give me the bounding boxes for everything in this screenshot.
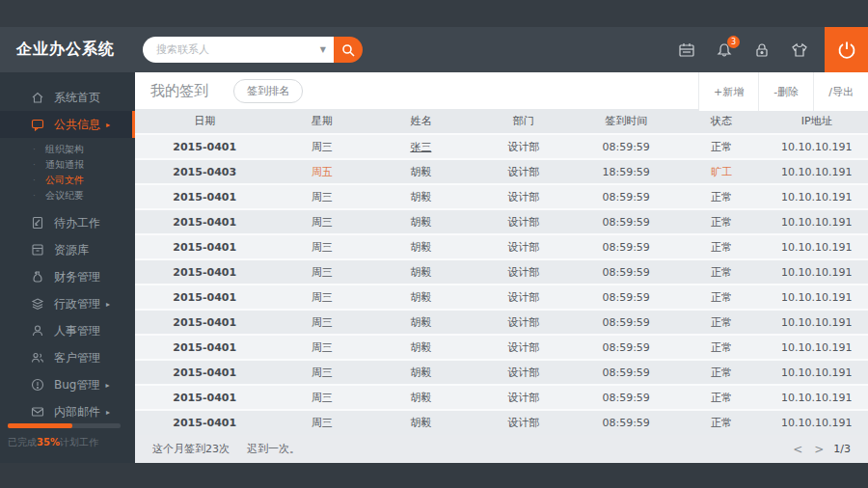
cell-name: 胡毅 bbox=[369, 259, 472, 285]
notification-badge: 3 bbox=[727, 36, 740, 48]
cell-dept: 设计部 bbox=[473, 159, 575, 184]
sidebar: 系统首页 公共信息 ▸ · 组织架构 · 通知通报 bbox=[0, 72, 135, 463]
table-row[interactable]: 2015-0401 周三 胡毅 设计部 08:59:59 正常 10.10.10… bbox=[135, 285, 868, 310]
cell-name: 胡毅 bbox=[369, 285, 472, 310]
monthly-summary-late: 迟到一次。 bbox=[247, 442, 300, 456]
table-row[interactable]: 2015-0401 周三 胡毅 设计部 08:59:59 正常 10.10.10… bbox=[135, 259, 868, 285]
export-button[interactable]: /导出 bbox=[813, 72, 868, 111]
bullet-icon: · bbox=[33, 145, 36, 154]
bug-alert-icon bbox=[31, 378, 44, 392]
home-icon bbox=[31, 91, 44, 104]
envelope-icon bbox=[31, 405, 44, 419]
submenu-item-label: 组织架构 bbox=[45, 143, 84, 156]
sidebar-item-label: 系统首页 bbox=[54, 90, 100, 106]
table-row[interactable]: 2015-0403 周五 胡毅 设计部 18:59:59 旷工 10.10.10… bbox=[135, 159, 868, 184]
cell-ip: 10.10.10.191 bbox=[766, 285, 868, 310]
progress-percent: 35% bbox=[37, 437, 60, 447]
cell-time: 08:59:59 bbox=[575, 209, 677, 234]
col-week: 星期 bbox=[274, 109, 369, 134]
chevron-down-icon[interactable]: ▼ bbox=[320, 45, 326, 54]
signin-rank-button[interactable]: 签到排名 bbox=[233, 79, 303, 103]
prev-page-button[interactable]: < bbox=[791, 443, 804, 456]
table-body: 2015-0401 周三 张三 设计部 08:59:59 正常 10.10.10… bbox=[135, 134, 868, 435]
search-bar: ▼ bbox=[143, 37, 363, 63]
cell-date: 2015-0401 bbox=[135, 259, 274, 285]
sidebar-item-label: 待办工作 bbox=[54, 215, 100, 231]
sidebar-item-hr[interactable]: 人事管理 bbox=[0, 317, 135, 344]
cell-dept: 设计部 bbox=[473, 184, 575, 209]
cell-name[interactable]: 张三 bbox=[369, 134, 472, 159]
document-edit-icon bbox=[31, 216, 44, 230]
cell-status: 正常 bbox=[677, 234, 765, 259]
cell-dept: 设计部 bbox=[473, 335, 575, 360]
delete-button[interactable]: -删除 bbox=[758, 72, 813, 111]
shirt-icon[interactable] bbox=[789, 40, 810, 61]
submenu-item-meeting-minutes[interactable]: · 会议纪要 bbox=[0, 188, 135, 203]
search-input[interactable] bbox=[156, 43, 316, 56]
cell-week: 周三 bbox=[274, 310, 369, 335]
cell-name: 胡毅 bbox=[369, 209, 472, 234]
cell-ip: 10.10.10.191 bbox=[766, 410, 868, 435]
cell-ip: 10.10.10.191 bbox=[766, 184, 868, 209]
cell-name: 胡毅 bbox=[369, 184, 472, 209]
search-button[interactable] bbox=[334, 37, 363, 63]
cell-dept: 设计部 bbox=[473, 134, 575, 159]
cell-week: 周三 bbox=[274, 259, 369, 285]
col-status: 状态 bbox=[677, 109, 765, 134]
table-footer: 这个月签到23次 迟到一次。 < > 1/3 bbox=[135, 435, 868, 463]
sidebar-item-admin[interactable]: 行政管理 ▸ bbox=[0, 290, 135, 317]
submenu-item-label: 通知通报 bbox=[45, 158, 84, 172]
plan-progress-bar bbox=[8, 423, 121, 428]
submenu-item-label: 会议纪要 bbox=[45, 189, 84, 203]
cell-week: 周三 bbox=[274, 234, 369, 259]
col-time: 签到时间 bbox=[575, 109, 677, 134]
cell-status: 正常 bbox=[677, 385, 765, 410]
cell-ip: 10.10.10.191 bbox=[766, 335, 868, 360]
table-row[interactable]: 2015-0401 周三 胡毅 设计部 08:59:59 正常 10.10.10… bbox=[135, 410, 868, 435]
sidebar-item-todo[interactable]: 待办工作 bbox=[0, 209, 135, 236]
cell-date: 2015-0401 bbox=[135, 385, 274, 410]
submenu-item-org[interactable]: · 组织架构 bbox=[0, 142, 135, 157]
submenu-item-company-files[interactable]: · 公司文件 bbox=[0, 173, 135, 188]
cell-dept: 设计部 bbox=[473, 234, 575, 259]
toolbar-actions: +新增 -删除 /导出 bbox=[698, 72, 868, 111]
sidebar-item-public-info[interactable]: 公共信息 ▸ bbox=[0, 111, 135, 138]
table-row[interactable]: 2015-0401 周三 胡毅 设计部 08:59:59 正常 10.10.10… bbox=[135, 360, 868, 385]
cell-name: 胡毅 bbox=[369, 335, 472, 360]
sidebar-item-customers[interactable]: 客户管理 bbox=[0, 344, 135, 371]
search-field[interactable]: ▼ bbox=[143, 37, 334, 63]
sidebar-item-finance[interactable]: 财务管理 bbox=[0, 263, 135, 290]
cell-date: 2015-0401 bbox=[135, 234, 274, 259]
submenu-arrow-icon: ▸ bbox=[106, 121, 110, 129]
cell-ip: 10.10.10.191 bbox=[766, 159, 868, 184]
sidebar-item-mail[interactable]: 内部邮件 ▸ bbox=[0, 398, 135, 425]
layers-icon bbox=[31, 297, 44, 311]
calendar-icon[interactable] bbox=[676, 40, 697, 61]
col-date: 日期 bbox=[135, 109, 274, 134]
table-row[interactable]: 2015-0401 周三 胡毅 设计部 08:59:59 正常 10.10.10… bbox=[135, 335, 868, 360]
cell-dept: 设计部 bbox=[473, 310, 575, 335]
cell-week: 周三 bbox=[274, 360, 369, 385]
sidebar-item-home[interactable]: 系统首页 bbox=[0, 84, 135, 111]
submenu-item-notice[interactable]: · 通知通报 bbox=[0, 157, 135, 173]
table-row[interactable]: 2015-0401 周三 胡毅 设计部 08:59:59 正常 10.10.10… bbox=[135, 385, 868, 410]
cell-week: 周三 bbox=[274, 385, 369, 410]
cell-date: 2015-0401 bbox=[135, 184, 274, 209]
chat-bubble-icon bbox=[31, 118, 44, 131]
table-row[interactable]: 2015-0401 周三 胡毅 设计部 08:59:59 正常 10.10.10… bbox=[135, 184, 868, 209]
table-row[interactable]: 2015-0401 周三 胡毅 设计部 08:59:59 正常 10.10.10… bbox=[135, 234, 868, 259]
cell-time: 08:59:59 bbox=[575, 234, 677, 259]
cell-name: 胡毅 bbox=[369, 310, 472, 335]
table-row[interactable]: 2015-0401 周三 胡毅 设计部 08:59:59 正常 10.10.10… bbox=[135, 209, 868, 234]
cell-week: 周五 bbox=[274, 159, 369, 184]
sidebar-item-bug[interactable]: Bug管理 ▸ bbox=[0, 371, 135, 398]
sidebar-item-label: Bug管理 bbox=[54, 377, 99, 393]
logout-power-button[interactable] bbox=[825, 27, 868, 72]
lock-icon[interactable] bbox=[751, 40, 773, 61]
add-button[interactable]: +新增 bbox=[698, 72, 758, 111]
table-row[interactable]: 2015-0401 周三 胡毅 设计部 08:59:59 正常 10.10.10… bbox=[135, 310, 868, 335]
sidebar-item-resources[interactable]: 资源库 bbox=[0, 236, 135, 263]
next-page-button[interactable]: > bbox=[812, 443, 826, 456]
notifications-bell-icon[interactable]: 3 bbox=[714, 40, 735, 61]
table-row[interactable]: 2015-0401 周三 张三 设计部 08:59:59 正常 10.10.10… bbox=[135, 134, 868, 159]
